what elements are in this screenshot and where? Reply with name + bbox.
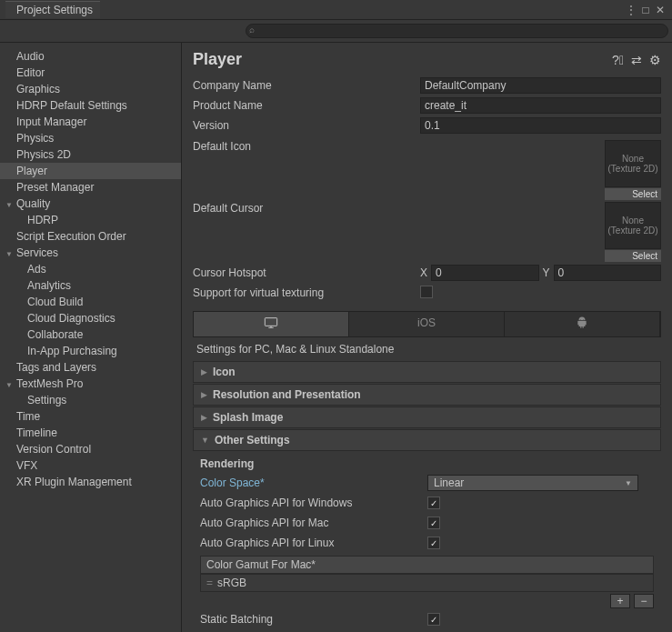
chevron-right-icon: ▶ — [201, 367, 207, 376]
window-title: Project Settings — [16, 4, 93, 16]
sidebar-item-cloud-diagnostics[interactable]: Cloud Diagnostics — [0, 310, 181, 326]
monitor-icon — [264, 319, 278, 332]
tab-standalone[interactable] — [194, 312, 349, 336]
static-batching-label: Static Batching — [200, 613, 427, 626]
gamut-item[interactable]: sRGB — [200, 574, 654, 592]
search-icon: ⌕ — [249, 25, 255, 35]
platform-tabs: iOS — [193, 311, 661, 337]
x-label: X — [420, 266, 427, 279]
search-input[interactable] — [246, 24, 668, 38]
cursor-y-input[interactable] — [554, 265, 661, 281]
gear-icon[interactable]: ⚙ — [649, 53, 661, 67]
company-name-input[interactable] — [420, 77, 661, 94]
static-batching-checkbox[interactable] — [427, 613, 440, 626]
sidebar-item-collaborate[interactable]: Collaborate — [0, 326, 181, 343]
close-icon[interactable]: ✕ — [654, 4, 667, 16]
sidebar-item-hdrp-default-settings[interactable]: HDRP Default Settings — [0, 97, 181, 114]
auto-linux-label: Auto Graphics API for Linux — [200, 537, 427, 549]
sidebar-item-audio[interactable]: Audio — [0, 48, 181, 65]
page-title: Player — [193, 50, 242, 69]
sidebar-item-graphics[interactable]: Graphics — [0, 81, 181, 97]
gamut-heading: Color Gamut For Mac* — [200, 556, 654, 574]
sidebar-item-hdrp[interactable]: HDRP — [0, 212, 181, 228]
presets-icon[interactable]: ⇄ — [631, 53, 642, 67]
sidebar-item-player[interactable]: Player — [0, 163, 181, 179]
sidebar-item-in-app-purchasing[interactable]: In-App Purchasing — [0, 343, 181, 359]
section-splash[interactable]: ▶ Splash Image — [193, 406, 661, 428]
sidebar-item-timeline[interactable]: Timeline — [0, 425, 181, 441]
sidebar-item-physics[interactable]: Physics — [0, 130, 181, 146]
default-cursor-select[interactable]: Select — [605, 250, 661, 262]
sidebar-item-vfx[interactable]: VFX — [0, 457, 181, 474]
tab-android[interactable] — [505, 312, 660, 336]
sidebar-item-time[interactable]: Time — [0, 408, 181, 425]
section-other[interactable]: ▼ Other Settings — [193, 429, 661, 451]
version-input[interactable] — [420, 117, 661, 134]
virtual-texturing-checkbox[interactable] — [420, 286, 433, 298]
chevron-right-icon: ▶ — [201, 390, 207, 399]
color-space-label[interactable]: Color Space* — [200, 477, 427, 489]
sidebar-item-textmesh-pro[interactable]: TextMesh Pro — [0, 376, 181, 392]
sidebar-item-preset-manager[interactable]: Preset Manager — [0, 179, 181, 196]
sidebar-item-ads[interactable]: Ads — [0, 261, 181, 277]
product-name-input[interactable] — [420, 97, 661, 114]
virtual-texturing-label: Support for virtual texturing — [193, 286, 420, 299]
sidebar: AudioEditorGraphicsHDRP Default Settings… — [0, 43, 182, 632]
default-cursor-field[interactable]: None (Texture 2D) — [605, 202, 661, 249]
sidebar-item-quality[interactable]: Quality — [0, 196, 181, 212]
y-label: Y — [543, 266, 550, 279]
chevron-down-icon: ▼ — [201, 436, 209, 445]
sidebar-item-script-execution-order[interactable]: Script Execution Order — [0, 228, 181, 245]
sidebar-item-analytics[interactable]: Analytics — [0, 277, 181, 294]
auto-win-label: Auto Graphics API for Windows — [200, 497, 427, 509]
auto-linux-checkbox[interactable] — [427, 537, 440, 549]
default-cursor-label: Default Cursor — [193, 202, 420, 215]
auto-mac-label: Auto Graphics API for Mac — [200, 517, 427, 529]
gamut-remove-button[interactable]: − — [634, 594, 654, 608]
tab-ios[interactable]: iOS — [349, 312, 505, 336]
company-name-label: Company Name — [193, 79, 420, 92]
chevron-down-icon: ▼ — [625, 479, 632, 487]
content: Player ?⃝ ⇄ ⚙ Company Name Product Name — [182, 43, 672, 632]
default-icon-label: Default Icon — [193, 140, 420, 153]
auto-win-checkbox[interactable] — [427, 497, 440, 509]
default-icon-select[interactable]: Select — [605, 188, 661, 200]
section-resolution[interactable]: ▶ Resolution and Presentation — [193, 384, 661, 406]
svg-rect-0 — [265, 318, 276, 326]
sidebar-item-xr-plugin-management[interactable]: XR Plugin Management — [0, 474, 181, 490]
color-space-dropdown[interactable]: Linear ▼ — [427, 475, 638, 491]
sidebar-item-version-control[interactable]: Version Control — [0, 441, 181, 457]
titlebar: Project Settings ⋮ □ ✕ — [0, 0, 672, 20]
auto-mac-checkbox[interactable] — [427, 517, 440, 529]
product-name-label: Product Name — [193, 99, 420, 112]
gamut-add-button[interactable]: + — [610, 594, 630, 608]
cursor-hotspot-label: Cursor Hotspot — [193, 266, 420, 279]
maximize-icon[interactable]: □ — [639, 4, 652, 16]
menu-icon[interactable]: ⋮ — [625, 4, 637, 16]
version-label: Version — [193, 119, 420, 132]
sidebar-item-cloud-build[interactable]: Cloud Build — [0, 294, 181, 310]
sidebar-item-services[interactable]: Services — [0, 245, 181, 261]
default-icon-field[interactable]: None (Texture 2D) — [605, 140, 661, 187]
chevron-right-icon: ▶ — [201, 413, 207, 422]
cursor-x-input[interactable] — [431, 265, 538, 281]
settings-for-label: Settings for PC, Mac & Linux Standalone — [193, 337, 661, 361]
help-icon[interactable]: ?⃝ — [612, 53, 624, 67]
android-icon — [575, 319, 589, 332]
section-icon[interactable]: ▶ Icon — [193, 361, 661, 383]
sidebar-item-physics-2d[interactable]: Physics 2D — [0, 146, 181, 163]
sidebar-item-tags-and-layers[interactable]: Tags and Layers — [0, 359, 181, 376]
window-tab[interactable]: Project Settings — [5, 1, 100, 18]
searchbar: ⌕ — [0, 20, 672, 43]
rendering-heading: Rendering — [200, 457, 654, 470]
sidebar-item-editor[interactable]: Editor — [0, 65, 181, 81]
sidebar-item-settings[interactable]: Settings — [0, 392, 181, 408]
sidebar-item-input-manager[interactable]: Input Manager — [0, 114, 181, 130]
